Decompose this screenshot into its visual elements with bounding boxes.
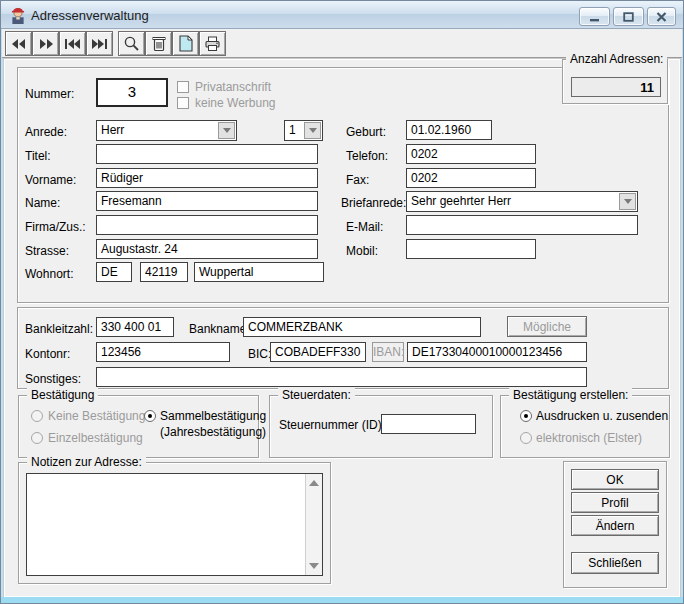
steuernummer-label: Steuernummer (ID): bbox=[279, 418, 385, 432]
fax-label: Fax: bbox=[346, 173, 369, 187]
chevron-down-icon[interactable] bbox=[619, 193, 636, 210]
email-input[interactable] bbox=[406, 215, 638, 235]
nav-first-button[interactable] bbox=[59, 31, 86, 56]
mobil-input[interactable] bbox=[406, 239, 536, 259]
bestaetigung-erstellen-title: Bestätigung erstellen: bbox=[509, 388, 632, 402]
briefanrede-label: Briefanrede: bbox=[341, 196, 406, 210]
titel-label: Titel: bbox=[25, 149, 51, 163]
steuerdaten-title: Steuerdaten: bbox=[278, 388, 355, 402]
sonstiges-label: Sonstiges: bbox=[25, 372, 81, 386]
vorname-input[interactable] bbox=[96, 168, 318, 188]
aendern-button[interactable]: Ändern bbox=[571, 515, 659, 536]
kontonr-input[interactable] bbox=[96, 342, 230, 362]
anrede-label: Anrede: bbox=[25, 125, 67, 139]
search-icon bbox=[123, 35, 140, 52]
new-record-button[interactable] bbox=[172, 31, 199, 56]
scroll-up-icon[interactable] bbox=[308, 477, 320, 489]
bankleitzahl-input[interactable] bbox=[96, 317, 174, 337]
nav-next-button[interactable] bbox=[32, 31, 59, 56]
plz-input[interactable] bbox=[140, 262, 188, 282]
new-document-icon bbox=[178, 35, 193, 52]
telefon-label: Telefon: bbox=[346, 149, 388, 163]
sonstiges-input[interactable] bbox=[96, 367, 587, 387]
next-record-icon bbox=[38, 38, 54, 50]
firma-input[interactable] bbox=[96, 215, 318, 235]
telefon-input[interactable] bbox=[406, 144, 536, 164]
chevron-down-icon[interactable] bbox=[304, 122, 321, 139]
keine-bestaetigung-label: Keine Bestätigung bbox=[48, 409, 145, 423]
einzelbestaetigung-radio[interactable] bbox=[31, 432, 43, 444]
elektronisch-label: elektronisch (Elster) bbox=[536, 431, 642, 445]
jahresbestaetigung-label: (Jahresbestätigung) bbox=[160, 425, 266, 439]
window-bottom-edge bbox=[1, 597, 683, 603]
scroll-down-icon[interactable] bbox=[308, 560, 320, 572]
geburt-input[interactable] bbox=[406, 120, 492, 140]
fax-input[interactable] bbox=[406, 168, 536, 188]
print-button[interactable] bbox=[199, 31, 226, 56]
nav-last-button[interactable] bbox=[86, 31, 113, 56]
bankleitzahl-label: Bankleitzahl: bbox=[25, 322, 93, 336]
app-person-icon bbox=[9, 6, 27, 24]
steuernummer-input[interactable] bbox=[381, 414, 476, 434]
close-icon bbox=[656, 12, 667, 22]
geburt-label: Geburt: bbox=[346, 125, 386, 139]
profil-button[interactable]: Profil bbox=[571, 492, 659, 513]
land-input[interactable] bbox=[96, 262, 132, 282]
kontonr-label: Kontonr: bbox=[25, 347, 70, 361]
vorname-label: Vorname: bbox=[25, 173, 76, 187]
last-record-icon bbox=[91, 38, 108, 50]
maximize-button[interactable] bbox=[613, 7, 644, 26]
moegliche-button[interactable]: Mögliche bbox=[507, 316, 587, 337]
briefanrede-value: Sehr geehrter Herr bbox=[411, 194, 511, 208]
anrede-nr-value: 1 bbox=[289, 123, 296, 137]
anrede-value: Herr bbox=[101, 123, 124, 137]
privatanschrift-checkbox[interactable] bbox=[177, 81, 189, 93]
notizen-textarea-wrap bbox=[26, 473, 323, 576]
minimize-button[interactable] bbox=[579, 7, 610, 26]
schliessen-button[interactable]: Schließen bbox=[571, 552, 659, 574]
name-label: Name: bbox=[25, 196, 60, 210]
keine-werbung-label: keine Werbung bbox=[195, 96, 276, 110]
bankname-input[interactable] bbox=[243, 317, 481, 337]
sammelbestaetigung-radio[interactable] bbox=[144, 410, 156, 422]
bic-label: BIC: bbox=[248, 347, 271, 361]
ok-button[interactable]: OK bbox=[571, 469, 659, 490]
anzahl-adressen-groupbox: Anzahl Adressen: 11 bbox=[562, 59, 668, 104]
name-input[interactable] bbox=[96, 191, 318, 211]
bankname-label: Bankname: bbox=[189, 322, 250, 336]
chevron-down-icon[interactable] bbox=[218, 122, 235, 139]
keine-bestaetigung-radio[interactable] bbox=[31, 410, 43, 422]
adressenverwaltung-window: Adressenverwaltung bbox=[0, 0, 684, 604]
notizen-title: Notizen zur Adresse: bbox=[27, 455, 146, 469]
delete-button[interactable] bbox=[145, 31, 172, 56]
previous-record-icon bbox=[11, 38, 27, 50]
bic-input[interactable] bbox=[270, 342, 366, 362]
ausdrucken-label: Ausdrucken u. zusenden bbox=[536, 409, 668, 423]
printer-icon bbox=[204, 35, 221, 52]
nummer-field[interactable]: 3 bbox=[96, 78, 168, 107]
ort-input[interactable] bbox=[194, 262, 324, 282]
anzahl-adressen-value: 11 bbox=[571, 77, 661, 97]
elektronisch-radio[interactable] bbox=[520, 432, 532, 444]
notizen-textarea[interactable] bbox=[27, 474, 305, 575]
first-record-icon bbox=[64, 38, 81, 50]
trash-icon bbox=[151, 35, 167, 52]
strasse-label: Strasse: bbox=[25, 244, 69, 258]
anrede-dropdown[interactable]: Herr bbox=[96, 120, 237, 141]
nav-previous-button[interactable] bbox=[5, 31, 32, 56]
briefanrede-dropdown[interactable]: Sehr geehrter Herr bbox=[406, 191, 638, 212]
iban-input[interactable] bbox=[407, 342, 587, 362]
mobil-label: Mobil: bbox=[346, 244, 378, 258]
titel-input[interactable] bbox=[96, 144, 318, 164]
titlebar: Adressenverwaltung bbox=[1, 1, 683, 29]
notizen-scrollbar[interactable] bbox=[305, 474, 322, 575]
search-button[interactable] bbox=[118, 31, 145, 56]
anrede-nr-dropdown[interactable]: 1 bbox=[284, 120, 323, 141]
close-button[interactable] bbox=[647, 7, 676, 26]
keine-werbung-checkbox[interactable] bbox=[177, 97, 189, 109]
privatanschrift-label: Privatanschrift bbox=[195, 80, 271, 94]
strasse-input[interactable] bbox=[96, 239, 318, 259]
anzahl-adressen-label: Anzahl Adressen: bbox=[566, 52, 667, 66]
ausdrucken-radio[interactable] bbox=[520, 410, 532, 422]
einzelbestaetigung-label: Einzelbestätigung bbox=[48, 431, 143, 445]
